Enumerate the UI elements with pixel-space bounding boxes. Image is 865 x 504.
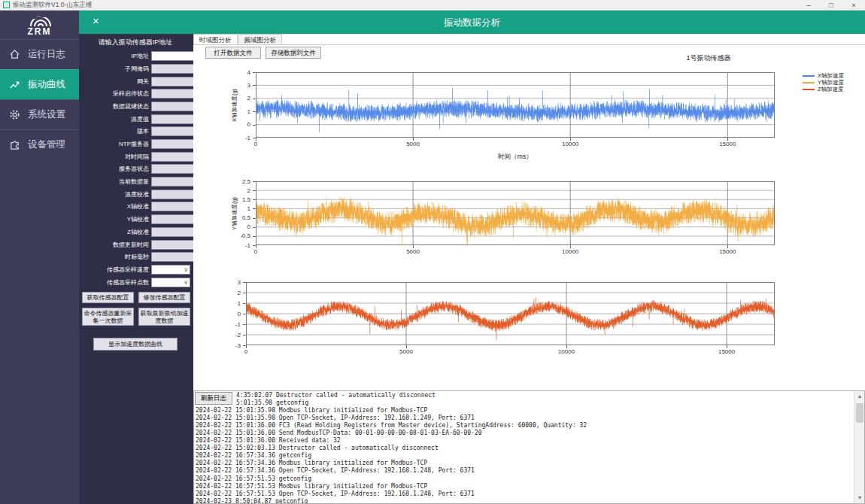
y-tick-label: 2 bbox=[238, 290, 241, 296]
y-tick-label: 0 bbox=[238, 311, 241, 317]
form-row: 传感器采样速度∨ bbox=[80, 265, 190, 275]
log-scrollbar[interactable]: ▲ ▼ bbox=[854, 391, 864, 503]
y-tick-mark bbox=[253, 227, 256, 228]
get-config-button[interactable]: 获取传感器配置 bbox=[82, 292, 134, 304]
chart-canvas-z-axis bbox=[246, 282, 775, 345]
x-tick-label: 5000 bbox=[393, 348, 419, 355]
y-tick-label: 2.5 bbox=[242, 178, 250, 185]
form-row: IP地址 bbox=[80, 51, 190, 61]
form-field-label: 温度值 bbox=[80, 115, 151, 123]
form-row: X轴校准 bbox=[80, 202, 190, 211]
form-row: NTP服务器 bbox=[80, 139, 190, 149]
form-header: 请输入振动传感器IP地址 bbox=[80, 38, 190, 47]
page-header: × 振动数据分析 bbox=[79, 11, 865, 34]
scrollbar-thumb[interactable] bbox=[856, 403, 863, 423]
get-latest-button[interactable]: 获取最新振动加速度数据 bbox=[138, 308, 190, 326]
y-tick-mark bbox=[253, 99, 256, 99]
scroll-up-icon[interactable]: ▲ bbox=[854, 391, 865, 402]
x-tick-label: 15000 bbox=[714, 348, 739, 355]
form-row: 数据就绪状态 bbox=[80, 102, 190, 111]
sidebar-item-curve[interactable]: 振动曲线 bbox=[0, 69, 79, 99]
log-line: 2024-02-22 15:01:35.98 Modbus library in… bbox=[196, 407, 853, 414]
sidebar-item-home[interactable]: 运行日志 bbox=[0, 39, 79, 69]
x-tick-label: 5000 bbox=[400, 248, 426, 255]
chevron-down-icon: ∨ bbox=[184, 266, 188, 273]
device-icon bbox=[9, 139, 20, 150]
y-tick-label: 1.5 bbox=[242, 196, 250, 203]
sidebar-item-label: 运行日志 bbox=[28, 48, 65, 61]
window-title: 振动监测软件V1.0-山东正维 bbox=[13, 1, 92, 10]
scroll-down-icon[interactable]: ▼ bbox=[854, 493, 865, 503]
x-tick-mark bbox=[570, 245, 571, 248]
log-line: 5:01:35.98 getconfig bbox=[236, 399, 853, 407]
y-tick-mark bbox=[253, 125, 256, 126]
form-field-label: 温度校准 bbox=[80, 190, 151, 199]
x-tick-mark bbox=[406, 345, 407, 348]
x-tick-label: 10000 bbox=[557, 141, 583, 147]
y-tick-label: -0.5 bbox=[240, 232, 250, 239]
close-window-button[interactable]: × bbox=[842, 0, 865, 11]
log-line: 2024-02-22 15:01:35.98 Open TCP-Socket, … bbox=[196, 414, 853, 422]
y-tick-label: 1 bbox=[247, 205, 250, 212]
gear-icon bbox=[9, 109, 20, 120]
form-field-label: Z轴校准 bbox=[80, 228, 151, 236]
y-tick-label: 4 bbox=[247, 69, 250, 76]
sensor-form-panel: 请输入振动传感器IP地址 IP地址子网掩码网关采样启停状态数据就绪状态温度值版本… bbox=[79, 34, 193, 504]
tab-time-domain[interactable]: 时域图分析 bbox=[193, 34, 238, 44]
y-tick-label: 1 bbox=[247, 108, 250, 115]
x-tick-label: 5000 bbox=[400, 141, 426, 147]
sidebar-item-label: 系统设置 bbox=[28, 108, 65, 121]
y-axis-label: Y轴加速度(g) bbox=[231, 196, 238, 229]
charts-area: 43210-1050001000015000X轴加速度(g)时间（ms）2.52… bbox=[193, 34, 865, 391]
y-tick-mark bbox=[253, 236, 256, 237]
refresh-log-button[interactable]: 刷新日志 bbox=[195, 392, 232, 405]
x-tick-label: 0 bbox=[243, 141, 269, 147]
logo-brand-text: ZRM bbox=[28, 28, 52, 35]
x-tick-mark bbox=[256, 138, 256, 141]
show-curve-button[interactable]: 显示加速度数据曲线 bbox=[93, 338, 178, 351]
form-row: 传感器采样点数∨ bbox=[80, 277, 190, 287]
y-tick-label: 3 bbox=[238, 279, 241, 286]
form-field-label: 版本 bbox=[80, 127, 151, 135]
app-icon bbox=[3, 2, 10, 8]
y-tick-mark bbox=[243, 282, 246, 283]
form-row: Y轴校准 bbox=[80, 214, 190, 224]
log-line: 2024-02-22 15:01:36.00 FC3 (Read Holding… bbox=[196, 422, 853, 430]
form-row: 时标毫秒 bbox=[80, 252, 190, 262]
sidebar-item-device[interactable]: 设备管理 bbox=[0, 129, 79, 159]
x-axis-label: 时间（ms） bbox=[498, 153, 532, 162]
recollect-button[interactable]: 命令传感器重新采集一次数据 bbox=[82, 308, 134, 326]
y-tick-label: 2 bbox=[247, 187, 250, 194]
sidebar-item-gear[interactable]: 系统设置 bbox=[0, 99, 79, 129]
minimize-button[interactable]: – bbox=[797, 0, 820, 11]
y-tick-mark bbox=[253, 111, 256, 112]
x-tick-mark bbox=[727, 245, 728, 248]
x-tick-label: 10000 bbox=[557, 248, 583, 255]
form-field-label: 数据更新时间 bbox=[80, 241, 151, 249]
y-tick-mark bbox=[253, 190, 256, 191]
y-tick-label: -1 bbox=[235, 321, 241, 328]
form-field-label: 传感器采样点数 bbox=[80, 278, 151, 287]
sidebar-nav: 运行日志振动曲线系统设置设备管理 bbox=[0, 39, 79, 159]
x-tick-mark bbox=[727, 345, 727, 348]
maximize-button[interactable]: □ bbox=[820, 0, 842, 11]
zrm-logo: ZRM bbox=[0, 11, 79, 39]
form-select-传感器采样点数[interactable]: ∨ bbox=[151, 278, 190, 287]
form-field-label: NTP服务器 bbox=[80, 140, 151, 148]
log-line: 2024-02-22 16:57:51.53 getconfig bbox=[196, 475, 853, 483]
y-tick-mark bbox=[253, 72, 256, 73]
form-rows: IP地址子网掩码网关采样启停状态数据就绪状态温度值版本NTP服务器对时间隔服务器… bbox=[80, 51, 190, 287]
x-tick-label: 0 bbox=[233, 348, 259, 355]
form-row: Z轴校准 bbox=[80, 227, 190, 237]
x-tick-mark bbox=[256, 245, 256, 248]
log-panel: 刷新日志 4:35:02.07 Destructor called - auto… bbox=[193, 390, 865, 504]
form-select-传感器采样速度[interactable]: ∨ bbox=[151, 265, 190, 275]
x-tick-mark bbox=[566, 345, 567, 348]
modify-config-button[interactable]: 修改传感器配置 bbox=[138, 292, 190, 304]
log-line: 2024-02-22 16:57:51.53 Open TCP-Socket, … bbox=[196, 490, 853, 498]
form-row: 数据更新时间 bbox=[80, 239, 190, 249]
y-tick-mark bbox=[253, 199, 256, 200]
form-field-label: 网关 bbox=[80, 77, 151, 86]
log-line: 2024-02-22 15:01:36.00 Send ModbusTCP-Da… bbox=[196, 430, 853, 437]
form-row: 子网掩码 bbox=[80, 64, 190, 74]
